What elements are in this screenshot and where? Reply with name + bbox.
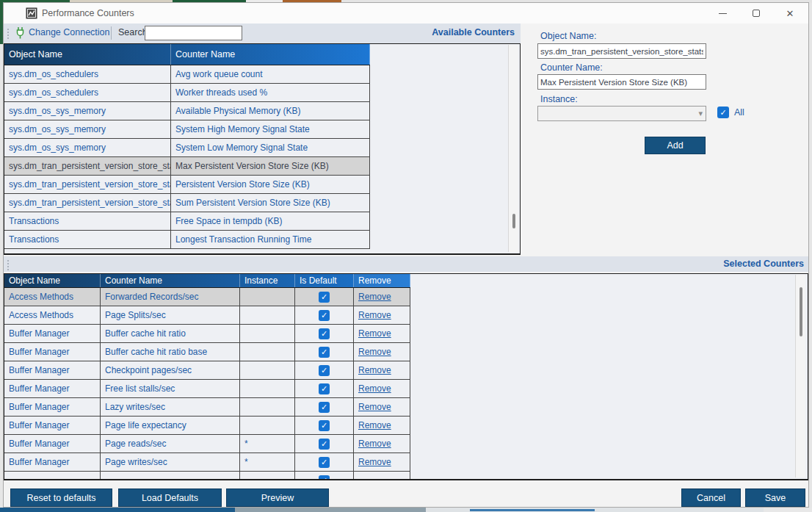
- cell-is-default: ✓: [295, 306, 354, 324]
- cell-remove: [354, 472, 410, 480]
- selected-grid-row[interactable]: ✓: [4, 472, 410, 480]
- cell-counter-name: Worker threads used %: [171, 84, 370, 101]
- selected-grid-rows: Access MethodsForwarded Records/sec✓Remo…: [4, 288, 808, 480]
- available-grid-row[interactable]: TransactionsFree Space in tempdb (KB): [4, 212, 370, 231]
- remove-link[interactable]: Remove: [358, 457, 391, 467]
- selected-counters-grid: Object Name Counter Name Instance Is Def…: [4, 273, 808, 480]
- cell-remove: Remove: [354, 288, 410, 306]
- cell-remove: Remove: [354, 325, 410, 342]
- is-default-checkbox[interactable]: ✓: [319, 457, 330, 468]
- background-strip: [0, 508, 235, 512]
- selected-grid-row[interactable]: Access MethodsForwarded Records/sec✓Remo…: [4, 288, 410, 306]
- cell-is-default: ✓: [295, 435, 354, 452]
- instance-dropdown[interactable]: ▾: [537, 106, 706, 121]
- cell-counter-name: Page life expectancy: [101, 417, 240, 434]
- cell-counter-name: Page Splits/sec: [101, 306, 240, 324]
- cell-counter-name: Buffer cache hit ratio base: [101, 343, 240, 361]
- all-checkbox[interactable]: ✓: [717, 107, 729, 118]
- available-grid-row[interactable]: sys.dm_os_schedulersAvg work queue count: [4, 65, 370, 84]
- cancel-button[interactable]: Cancel: [681, 488, 741, 507]
- cell-is-default: ✓: [295, 398, 354, 416]
- available-grid-row[interactable]: TransactionsLongest Transaction Running …: [4, 231, 370, 249]
- cell-object-name: sys.dm_tran_persistent_version_store_sta…: [4, 176, 171, 193]
- is-default-checkbox[interactable]: ✓: [319, 475, 330, 481]
- available-grid-row[interactable]: sys.dm_os_schedulersWorker threads used …: [4, 84, 370, 102]
- available-grid-row[interactable]: sys.dm_tran_persistent_version_store_sta…: [4, 157, 370, 176]
- cell-counter-name: Forwarded Records/sec: [101, 288, 240, 306]
- remove-link[interactable]: Remove: [358, 292, 391, 302]
- cell-object-name: Buffer Manager: [4, 380, 101, 397]
- selected-grid-row[interactable]: Buffer ManagerPage writes/sec*✓Remove: [4, 453, 410, 472]
- scrollbar-thumb[interactable]: [800, 287, 802, 336]
- close-button[interactable]: ✕: [773, 3, 807, 24]
- plug-icon: [14, 26, 26, 40]
- cell-is-default: ✓: [295, 288, 354, 306]
- is-default-checkbox[interactable]: ✓: [319, 292, 330, 303]
- maximize-icon: [753, 10, 760, 17]
- cell-counter-name: [101, 472, 240, 480]
- selected-grid-row[interactable]: Buffer ManagerBuffer cache hit ratio✓Rem…: [4, 325, 410, 343]
- selected-grid-row[interactable]: Buffer ManagerLazy writes/sec✓Remove: [4, 398, 410, 417]
- cell-instance: *: [240, 435, 295, 452]
- save-button[interactable]: Save: [745, 488, 805, 507]
- add-button[interactable]: Add: [645, 137, 706, 154]
- selected-grid-row[interactable]: Buffer ManagerPage reads/sec*✓Remove: [4, 435, 410, 453]
- column-header-remove[interactable]: Remove: [354, 274, 410, 287]
- column-header-object-name[interactable]: Object Name: [4, 274, 101, 287]
- cell-object-name: Buffer Manager: [4, 343, 101, 361]
- cell-instance: [240, 343, 295, 361]
- available-grid-row[interactable]: sys.dm_tran_persistent_version_store_sta…: [4, 176, 370, 194]
- column-header-is-default[interactable]: Is Default: [295, 274, 354, 287]
- is-default-checkbox[interactable]: ✓: [319, 365, 330, 376]
- counter-name-field[interactable]: [537, 74, 706, 90]
- is-default-checkbox[interactable]: ✓: [319, 383, 330, 394]
- selected-grid-row[interactable]: Buffer ManagerFree list stalls/sec✓Remov…: [4, 380, 410, 398]
- cell-instance: [240, 380, 295, 397]
- available-grid-scrollbar[interactable]: [508, 45, 518, 252]
- available-grid-row[interactable]: sys.dm_os_sys_memoryAvailable Physical M…: [4, 102, 370, 120]
- maximize-button[interactable]: [739, 3, 773, 24]
- selected-grid-row[interactable]: Access MethodsPage Splits/sec✓Remove: [4, 306, 410, 325]
- available-grid-row[interactable]: sys.dm_os_sys_memorySystem Low Memory Si…: [4, 139, 370, 157]
- selected-grid-row[interactable]: Buffer ManagerBuffer cache hit ratio bas…: [4, 343, 410, 361]
- reset-to-defaults-button[interactable]: Reset to defaults: [10, 488, 112, 507]
- column-header-counter-name[interactable]: Counter Name: [171, 44, 370, 65]
- column-header-counter-name[interactable]: Counter Name: [101, 274, 240, 287]
- cell-counter-name: Buffer cache hit ratio: [101, 325, 240, 342]
- cell-object-name: sys.dm_os_schedulers: [4, 84, 171, 101]
- remove-link[interactable]: Remove: [358, 383, 391, 394]
- load-defaults-button[interactable]: Load Defaults: [118, 488, 222, 507]
- search-input[interactable]: [145, 26, 242, 40]
- is-default-checkbox[interactable]: ✓: [319, 347, 330, 358]
- remove-link[interactable]: Remove: [358, 439, 391, 449]
- cell-object-name: Access Methods: [4, 306, 101, 324]
- is-default-checkbox[interactable]: ✓: [319, 328, 330, 339]
- change-connection-button[interactable]: Change Connection: [29, 27, 110, 37]
- remove-link[interactable]: Remove: [358, 365, 391, 375]
- remove-link[interactable]: Remove: [358, 347, 391, 357]
- scrollbar-thumb[interactable]: [512, 214, 515, 228]
- available-grid-row[interactable]: sys.dm_os_sys_memorySystem High Memory S…: [4, 120, 370, 139]
- selected-grid-scrollbar[interactable]: [795, 275, 805, 477]
- performance-counters-window: Performance Counters ✕ Change Connection…: [3, 2, 809, 508]
- selected-grid-row[interactable]: Buffer ManagerPage life expectancy✓Remov…: [4, 417, 410, 435]
- is-default-checkbox[interactable]: ✓: [319, 402, 330, 413]
- preview-button[interactable]: Preview: [226, 488, 329, 507]
- remove-link[interactable]: Remove: [358, 310, 391, 320]
- is-default-checkbox[interactable]: ✓: [319, 420, 330, 431]
- column-header-instance[interactable]: Instance: [240, 274, 295, 287]
- available-grid-row[interactable]: sys.dm_tran_persistent_version_store_sta…: [4, 194, 370, 212]
- cell-object-name: Transactions: [4, 212, 171, 230]
- remove-link[interactable]: Remove: [358, 402, 391, 412]
- minimize-button[interactable]: [706, 3, 739, 24]
- remove-link[interactable]: Remove: [358, 420, 391, 430]
- is-default-checkbox[interactable]: ✓: [319, 310, 330, 321]
- cell-counter-name: Sum Persistent Version Store Size (KB): [171, 194, 370, 212]
- selected-grid-row[interactable]: Buffer ManagerCheckpoint pages/sec✓Remov…: [4, 361, 410, 380]
- remove-link[interactable]: Remove: [358, 328, 391, 339]
- cell-counter-name: Available Physical Memory (KB): [171, 102, 370, 120]
- is-default-checkbox[interactable]: ✓: [319, 439, 330, 450]
- column-header-object-name[interactable]: Object Name: [4, 44, 171, 65]
- cell-remove: Remove: [354, 306, 410, 324]
- object-name-field[interactable]: [537, 43, 706, 59]
